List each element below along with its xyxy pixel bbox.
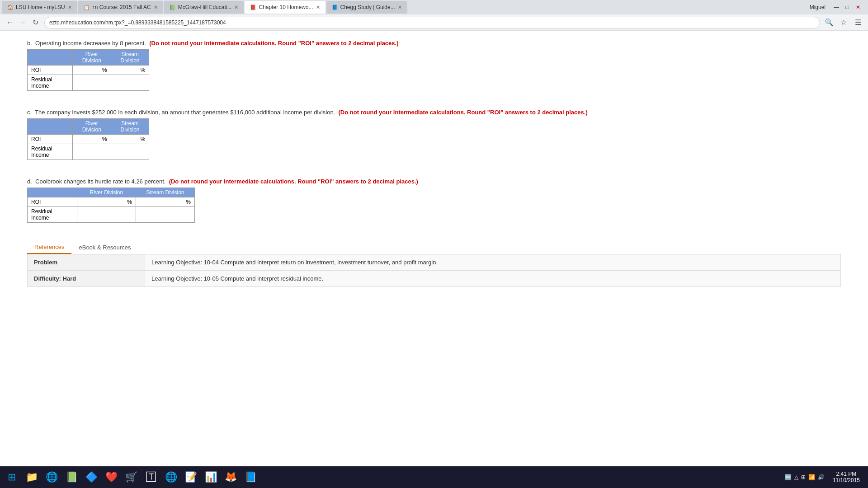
ebook-tab[interactable]: eBook & Resources [71,241,138,254]
c-ri-river[interactable] [73,144,111,160]
c-roi-river-input[interactable] [76,136,101,142]
d-ri-row: ResidualIncome [28,207,195,223]
ref-row-0: Problem Learning Objective: 10-04 Comput… [28,254,840,271]
c-ri-stream-input[interactable] [117,149,144,155]
ref-row-label-0: Problem [28,254,145,270]
section-d: d. Coolbrook changes its hurdle rate to … [27,178,841,223]
tab-label: Chegg Study | Guide... [340,4,395,10]
tab-bar: 🏠LSU Home - myLSU✕📋↑n Course: 2015 Fall … [2,1,408,14]
d-header-stream: Stream Division [136,188,195,197]
b-roi-row: ROI % % [28,66,149,75]
user-label: Miguel [810,4,826,10]
b-roi-label: ROI [28,66,73,75]
d-header-river: River Division [77,188,136,197]
maximize-button[interactable]: □ [843,3,852,12]
section-d-label: d. Coolbrook changes its hurdle rate to … [27,178,841,185]
c-ri-row: Residual Income [28,144,149,160]
d-roi-row: ROI % % [28,197,195,207]
close-button[interactable]: ✕ [854,3,863,12]
d-ri-stream[interactable] [136,207,195,223]
section-c-table: RiverDivision StreamDivision ROI % [27,118,149,160]
browser-chrome: 🏠LSU Home - myLSU✕📋↑n Course: 2015 Fall … [0,0,868,31]
b-header-empty [28,50,73,66]
b-header-stream: StreamDivision [111,50,149,66]
b-ri-stream[interactable] [111,75,149,91]
browser-tab-tab4[interactable]: 📕Chapter 10 Homewo...✕ [245,1,325,14]
search-icon[interactable]: 🔍 [823,16,835,29]
b-ri-stream-input[interactable] [117,80,144,86]
back-button[interactable]: ← [4,16,16,29]
ref-row-1: Difficulty: Hard Learning Objective: 10-… [28,271,840,286]
title-bar: 🏠LSU Home - myLSU✕📋↑n Course: 2015 Fall … [0,0,868,14]
c-roi-stream-input[interactable] [115,136,140,142]
nav-right: 🔍 ☆ ☰ [823,16,864,29]
forward-button[interactable]: → [16,16,29,29]
c-roi-river[interactable]: % [73,135,111,144]
tab-favicon: 🏠 [7,5,14,10]
b-roi-river-input[interactable] [76,67,101,73]
b-ri-river-input[interactable] [78,80,105,86]
c-roi-label: ROI [28,135,73,144]
tab-close-button[interactable]: ✕ [234,5,238,10]
references-tab[interactable]: References [27,241,71,254]
c-ri-stream[interactable] [111,144,149,160]
c-header-river: RiverDivision [73,119,111,135]
minimize-button[interactable]: — [832,3,841,12]
menu-icon[interactable]: ☰ [852,16,864,29]
window-controls: Miguel — □ ✕ [810,3,866,12]
d-roi-river[interactable]: % [77,197,136,207]
d-header-empty [28,188,77,197]
b-roi-stream-input[interactable] [115,67,140,73]
ref-row-value-1: Learning Objective: 10-05 Compute and in… [145,271,840,286]
tab-close-button[interactable]: ✕ [398,5,402,10]
refresh-button[interactable]: ↻ [29,16,42,29]
browser-tab-tab5[interactable]: 📘Chegg Study | Guide...✕ [326,1,407,14]
d-roi-label: ROI [28,197,77,207]
d-roi-stream[interactable]: % [136,197,195,207]
address-bar[interactable] [44,17,820,28]
nav-bar: ← → ↻ 🔍 ☆ ☰ [0,14,868,31]
tab-close-button[interactable]: ✕ [154,5,158,10]
tab-favicon: 📕 [250,5,256,10]
ref-row-label-1: Difficulty: Hard [28,271,145,286]
d-ri-stream-input[interactable] [143,211,188,218]
ref-row-value-0: Learning Objective: 10-04 Compute and in… [145,254,840,270]
references-content: Problem Learning Objective: 10-04 Comput… [27,254,841,287]
tab-label: McGraw-Hill Educati... [178,4,232,10]
browser-tab-tab2[interactable]: 📋↑n Course: 2015 Fall AC✕ [78,1,163,14]
c-header-empty [28,119,73,135]
c-roi-stream[interactable]: % [111,135,149,144]
section-b-label: b. Operating income decreases by 8 perce… [27,40,841,47]
tab-close-button[interactable]: ✕ [316,5,320,10]
b-ri-river[interactable] [73,75,111,91]
browser-tab-tab3[interactable]: 📗McGraw-Hill Educati...✕ [164,1,244,14]
d-roi-stream-input[interactable] [149,199,185,205]
b-ri-label: ResidualIncome [28,75,73,91]
b-roi-stream[interactable]: % [111,66,149,75]
d-ri-label: ResidualIncome [28,207,77,223]
tab-favicon: 📗 [170,5,176,10]
d-roi-river-input[interactable] [90,199,126,205]
section-c: c. The company invests $252,000 in each … [27,109,841,160]
c-ri-label: Residual Income [28,144,73,160]
section-d-table: River Division Stream Division ROI % [27,188,195,223]
references-tab-bar: References eBook & Resources [27,241,841,254]
section-c-label: c. The company invests $252,000 in each … [27,109,841,116]
tab-favicon: 📘 [332,5,338,10]
c-roi-row: ROI % % [28,135,149,144]
tab-label: LSU Home - myLSU [16,4,65,10]
d-ri-river[interactable] [77,207,136,223]
references-section: References eBook & Resources Problem Lea… [27,241,841,287]
d-ri-river-input[interactable] [84,211,129,218]
star-icon[interactable]: ☆ [837,16,850,29]
tab-label: Chapter 10 Homewo... [259,4,313,10]
section-b: b. Operating income decreases by 8 perce… [27,40,841,91]
tab-close-button[interactable]: ✕ [68,5,72,10]
tab-favicon: 📋 [84,5,90,10]
c-ri-river-input[interactable] [78,149,105,155]
b-header-river: RiverDivision [73,50,111,66]
browser-tab-tab1[interactable]: 🏠LSU Home - myLSU✕ [2,1,77,14]
b-roi-river[interactable]: % [73,66,111,75]
tab-label: ↑n Course: 2015 Fall AC [92,4,151,10]
c-header-stream: StreamDivision [111,119,149,135]
